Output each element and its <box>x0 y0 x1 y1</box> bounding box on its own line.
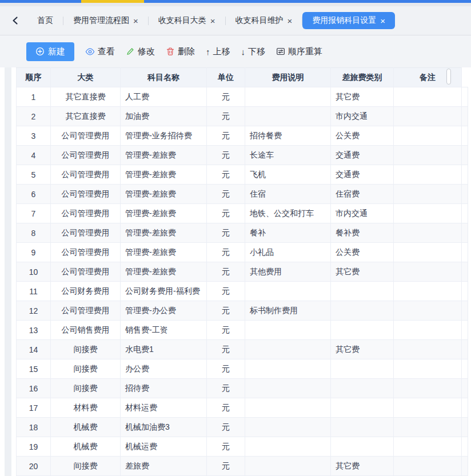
table-cell <box>394 165 462 185</box>
toolbar: 新建 查看 修改 删除 ↑ 上移 ↓ 下移 <box>0 35 471 67</box>
table-row[interactable]: 2其它直接费加油费元市内交通 <box>17 107 468 126</box>
create-button-label: 新建 <box>48 46 65 57</box>
table-cell <box>462 126 468 146</box>
tab-expense-reimbursement-settings[interactable]: 费用报销科目设置 × <box>302 12 395 29</box>
table-cell <box>394 107 462 126</box>
table-cell: 8 <box>17 223 51 243</box>
move-up-button[interactable]: ↑ 上移 <box>206 46 230 57</box>
table-region: 顺序大类科目名称单位费用说明差旅费类别备注 1其它直接费人工费元其它费2其它直接… <box>0 67 471 476</box>
table-cell: 9 <box>17 243 51 262</box>
create-button[interactable]: 新建 <box>26 42 74 61</box>
close-icon[interactable]: × <box>210 17 215 25</box>
table-cell: 招待费 <box>121 379 207 398</box>
table-row[interactable]: 7公司管理费用管理费-差旅费元地铁、公交和打车市内交通 <box>17 204 468 223</box>
table-cell: 公司销售费用 <box>51 321 121 340</box>
tab-bar: 首页 费用管理流程图 × 收支科目大类 × 收支科目维护 × 费用报销科目设置 … <box>0 6 471 35</box>
delete-button[interactable]: 删除 <box>166 46 195 57</box>
tab-home[interactable]: 首页 <box>27 12 63 29</box>
table-cell <box>394 282 462 301</box>
back-button[interactable] <box>8 13 23 28</box>
table-row[interactable]: 9公司管理费用管理费-差旅费元小礼品公关费 <box>17 243 468 262</box>
table-cell <box>394 146 462 165</box>
subject-table: 顺序大类科目名称单位费用说明差旅费类别备注 1其它直接费人工费元其它费2其它直接… <box>16 67 468 476</box>
table-cell: 其他费用 <box>245 262 331 282</box>
table-cell: 公司管理费用 <box>51 262 121 282</box>
table-cell <box>331 301 394 321</box>
tab-expense-flow-diagram[interactable]: 费用管理流程图 × <box>63 12 148 29</box>
table-cell <box>245 107 331 126</box>
table-cell: 元 <box>207 321 245 340</box>
table-cell: 公司管理费用 <box>51 185 121 204</box>
table-row[interactable]: 3公司管理费用管理费-业务招待费元招待餐费公关费 <box>17 126 468 146</box>
table-cell: 管理费-差旅费 <box>121 243 207 262</box>
table-cell <box>245 437 331 457</box>
table-cell: 办公费 <box>121 359 207 379</box>
vertical-scrollbar-thumb[interactable] <box>446 69 451 85</box>
table-row[interactable]: 10公司管理费用管理费-差旅费元其他费用其它费 <box>17 262 468 282</box>
move-up-button-label: 上移 <box>213 46 230 57</box>
table-cell: 公司管理费用 <box>51 165 121 185</box>
table-cell: 飞机 <box>245 165 331 185</box>
table-row[interactable]: 14间接费水电费1元其它费 <box>17 340 468 359</box>
table-cell: 材料费 <box>51 398 121 418</box>
table-cell: 交通费 <box>331 146 394 165</box>
table-row[interactable]: 15间接费办公费元 <box>17 359 468 379</box>
table-cell: 餐补费 <box>331 223 394 243</box>
table-cell: 小礼品 <box>245 243 331 262</box>
table-row[interactable]: 13公司销售费用销售费-工资元 <box>17 321 468 340</box>
table-cell: 其它费 <box>331 340 394 359</box>
table-row[interactable]: 5公司管理费用管理费-差旅费元飞机交通费 <box>17 165 468 185</box>
table-row[interactable]: 20间接费差旅费元其它费 <box>17 457 468 476</box>
table-cell: 间接费 <box>51 340 121 359</box>
table-row[interactable]: 11公司财务费用公司财务费用-福利费元 <box>17 282 468 301</box>
edit-button[interactable]: 修改 <box>126 46 155 57</box>
table-cell: 材料运费 <box>121 398 207 418</box>
table-cell: 3 <box>17 126 51 146</box>
table-cell: 招待餐费 <box>245 126 331 146</box>
table-cell <box>462 340 468 359</box>
close-icon[interactable]: × <box>133 17 138 25</box>
table-row[interactable]: 8公司管理费用管理费-差旅费元餐补餐补费 <box>17 223 468 243</box>
move-down-button[interactable]: ↓ 下移 <box>241 46 266 57</box>
table-cell: 元 <box>207 398 245 418</box>
tab-label: 收支科目维护 <box>236 15 284 26</box>
table-cell: 公司管理费用 <box>51 223 121 243</box>
close-icon[interactable]: × <box>288 17 293 25</box>
trash-icon <box>166 47 175 56</box>
table-cell: 管理费-差旅费 <box>121 204 207 223</box>
close-icon[interactable]: × <box>380 17 385 25</box>
table-cell <box>462 107 468 126</box>
table-row[interactable]: 18机械费机械加油费3元 <box>17 418 468 437</box>
table-cell: 其它费 <box>331 87 394 107</box>
tab-label: 首页 <box>37 15 53 26</box>
move-down-button-label: 下移 <box>248 46 265 57</box>
recalc-order-button[interactable]: 顺序重算 <box>276 46 322 57</box>
table-cell <box>394 418 462 437</box>
table-row[interactable]: 1其它直接费人工费元其它费 <box>17 87 468 107</box>
table-cell <box>462 282 468 301</box>
table-cell: 元 <box>207 107 245 126</box>
view-button[interactable]: 查看 <box>85 46 115 57</box>
operation-icon <box>276 47 285 56</box>
table-cell <box>331 379 394 398</box>
table-row[interactable]: 12公司管理费用管理费-办公费元标书制作费用 <box>17 301 468 321</box>
table-cell: 15 <box>17 359 51 379</box>
table-cell: 元 <box>207 243 245 262</box>
table-row[interactable]: 6公司管理费用管理费-差旅费元住宿住宿费 <box>17 185 468 204</box>
table-cell: 6 <box>17 185 51 204</box>
table-row[interactable]: 17材料费材料运费元 <box>17 398 468 418</box>
table-cell <box>462 359 468 379</box>
table-cell: 11 <box>17 282 51 301</box>
table-cell: 市内交通 <box>331 204 394 223</box>
tab-income-expense-category[interactable]: 收支科目大类 × <box>149 12 225 29</box>
table-cell: 标书制作费用 <box>245 301 331 321</box>
table-cell: 元 <box>207 282 245 301</box>
chevron-left-icon <box>11 16 20 25</box>
table-cell: 人工费 <box>121 87 207 107</box>
table-cell <box>394 301 462 321</box>
table-cell <box>462 398 468 418</box>
table-row[interactable]: 16间接费招待费元 <box>17 379 468 398</box>
table-row[interactable]: 19机械费机械运费元 <box>17 437 468 457</box>
table-row[interactable]: 4公司管理费用管理费-差旅费元长途车交通费 <box>17 146 468 165</box>
tab-income-expense-maintenance[interactable]: 收支科目维护 × <box>226 12 302 29</box>
